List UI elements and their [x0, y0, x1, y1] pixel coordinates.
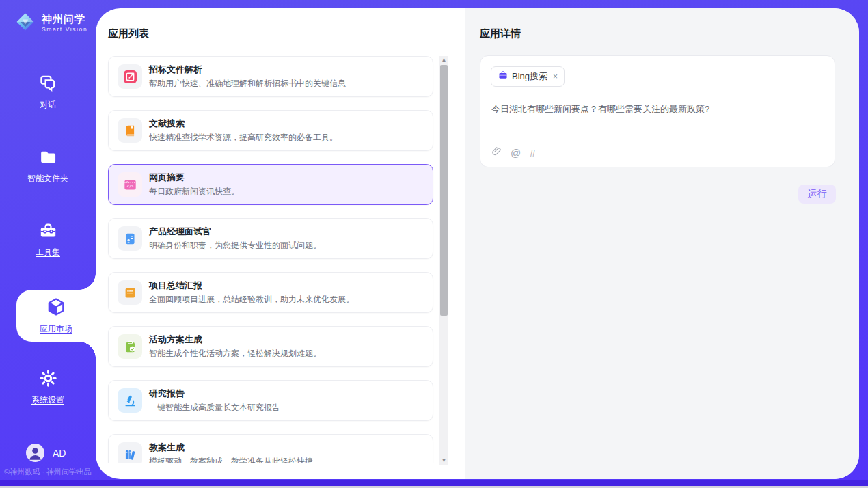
- scrollbar[interactable]: ▲ ▼: [439, 56, 448, 465]
- hash-icon[interactable]: #: [530, 148, 535, 158]
- query-text: 今日湖北有哪些新闻要点？有哪些需要关注的最新政策?: [491, 103, 824, 116]
- tool-chip-bing-search[interactable]: Bing搜索 ×: [491, 66, 565, 87]
- app-card-desc: 模板驱动，教案秒成，教学准备从此轻松快捷: [149, 456, 313, 463]
- scroll-down-icon[interactable]: ▼: [439, 457, 448, 465]
- sidebar-item-label: 系统设置: [31, 394, 64, 406]
- app-card-desc: 帮助用户快速、准确地理解和解析招标书中的关键信息: [149, 78, 346, 90]
- tool-chip-label: Bing搜索: [512, 70, 547, 83]
- brand-logo: 神州问学 Smart Vision: [14, 10, 87, 36]
- mention-icon[interactable]: @: [511, 148, 521, 158]
- folder-icon: [39, 148, 57, 169]
- user-initials: AD: [53, 448, 66, 459]
- composer-toolbar: @ #: [491, 146, 536, 160]
- app-list: 招标文件解析 帮助用户快速、准确地理解和解析招标书中的关键信息 文献搜索 快速精…: [96, 8, 465, 463]
- app-window: 神州问学 Smart Vision 对话 智能文件夹: [0, 0, 868, 488]
- user-account[interactable]: AD: [26, 444, 66, 462]
- run-button[interactable]: 运行: [798, 185, 836, 204]
- app-card[interactable]: 招标文件解析 帮助用户快速、准确地理解和解析招标书中的关键信息: [108, 56, 433, 97]
- sidebar-item-label: 对话: [40, 99, 56, 111]
- scroll-up-icon[interactable]: ▲: [439, 56, 448, 64]
- sidebar-item-label: 应用市场: [40, 323, 72, 335]
- app-card-title: 教案生成: [149, 442, 313, 455]
- sidebar-item-toolset[interactable]: 工具集: [0, 221, 96, 258]
- app-card-desc: 每日政府新闻资讯快查。: [149, 186, 239, 198]
- main-panel: 应用列表 招标文件解析 帮助用户快速、准确地理解和解析招标书中的关键信息 文献搜…: [96, 8, 859, 479]
- app-card[interactable]: 研究报告 一键智能生成高质量长文本研究报告: [108, 380, 433, 421]
- app-card-desc: 智能生成个性化活动方案，轻松解决规划难题。: [149, 348, 321, 360]
- books-icon: [118, 442, 142, 463]
- toolbox-icon: [39, 221, 57, 243]
- sidebar-item-label: 工具集: [36, 247, 60, 258]
- gear-icon: [39, 369, 57, 390]
- svg-text:</>: </>: [126, 184, 133, 188]
- user-avatar-icon: [26, 444, 44, 462]
- sidebar-item-smart-folder[interactable]: 智能文件夹: [0, 148, 96, 185]
- browser-code-icon: </>: [118, 172, 142, 197]
- scrollbar-thumb[interactable]: [440, 65, 448, 316]
- notepad-icon: [118, 280, 142, 305]
- paperclip-icon[interactable]: [491, 146, 502, 160]
- sidebar: 神州问学 Smart Vision 对话 智能文件夹: [0, 0, 96, 488]
- app-card-desc: 全面回顾项目进展，总结经验教训，助力未来优化发展。: [149, 294, 354, 306]
- app-card-title: 网页摘要: [149, 172, 239, 185]
- app-card[interactable]: 项目总结汇报 全面回顾项目进展，总结经验教训，助力未来优化发展。: [108, 272, 433, 313]
- brand-diamond-icon: [14, 10, 37, 36]
- cube-icon: [46, 297, 66, 320]
- app-detail-title: 应用详情: [480, 27, 521, 40]
- sidebar-item-settings[interactable]: 系统设置: [0, 369, 96, 406]
- app-card-title: 项目总结汇报: [149, 280, 354, 293]
- app-card[interactable]: 活动方案生成 智能生成个性化活动方案，轻松解决规划难题。: [108, 326, 433, 367]
- app-card-desc: 一键智能生成高质量长文本研究报告: [149, 402, 280, 414]
- app-card[interactable]: 产品经理面试官 明确身份和职责，为您提供专业性的面试问题。: [108, 218, 433, 259]
- briefcase-icon: [498, 70, 508, 83]
- clipboard-check-icon: [118, 334, 142, 359]
- app-card[interactable]: 教案生成 模板驱动，教案秒成，教学准备从此轻松快捷: [108, 434, 433, 463]
- sidebar-item-chat[interactable]: 对话: [0, 74, 96, 111]
- app-card-desc: 明确身份和职责，为您提供专业性的面试问题。: [149, 240, 321, 252]
- chat-icon: [39, 74, 57, 95]
- microscope-icon: [118, 388, 142, 413]
- app-card[interactable]: </> 网页摘要 每日政府新闻资讯快查。: [108, 164, 433, 205]
- app-card-desc: 快速精准查找学术资源，提高研究效率的必备工具。: [149, 132, 338, 144]
- sidebar-item-app-market[interactable]: 应用市场: [16, 290, 96, 342]
- composer-card[interactable]: Bing搜索 × 今日湖北有哪些新闻要点？有哪些需要关注的最新政策? @ #: [480, 55, 835, 167]
- sidebar-footer: ©神州数码 · 神州问学出品: [0, 467, 96, 477]
- chip-close-icon[interactable]: ×: [553, 72, 558, 81]
- bottom-bar: [0, 480, 868, 486]
- edit-document-icon: [118, 64, 142, 89]
- app-card-title: 招标文件解析: [149, 64, 346, 77]
- app-card-title: 产品经理面试官: [149, 226, 321, 239]
- app-card-title: 文献搜索: [149, 118, 338, 131]
- brand-name: 神州问学: [42, 14, 87, 24]
- sidebar-item-label: 智能文件夹: [27, 173, 68, 185]
- app-card-title: 研究报告: [149, 388, 280, 401]
- book-icon: [118, 118, 142, 143]
- app-card-title: 活动方案生成: [149, 334, 321, 347]
- resume-icon: [118, 226, 142, 251]
- brand-subtitle: Smart Vision: [42, 27, 87, 33]
- app-card[interactable]: 文献搜索 快速精准查找学术资源，提高研究效率的必备工具。: [108, 110, 433, 151]
- app-detail-panel: 应用详情 Bing搜索 × 今日湖北有哪些新闻要点？有哪些需要关注的最新政策?: [465, 8, 859, 479]
